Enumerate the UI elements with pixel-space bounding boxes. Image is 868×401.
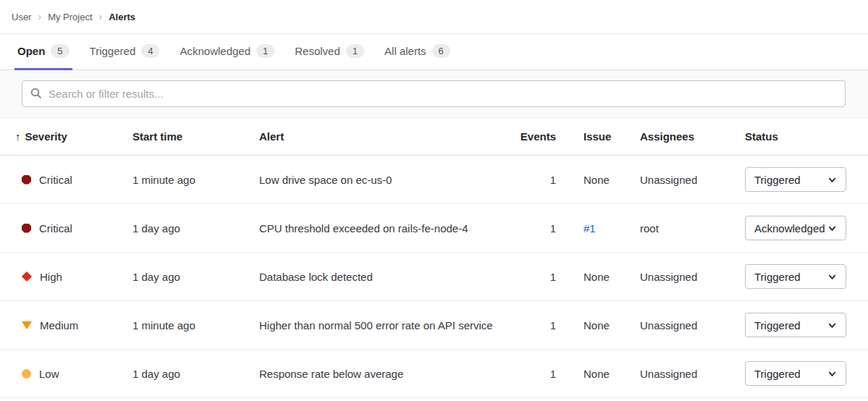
issue-cell: None [570,368,640,380]
severity-cell: Critical [12,222,132,235]
breadcrumb: User › My Project › Alerts [0,0,868,34]
tab-count-badge: 1 [346,44,364,58]
issue-cell: None [570,174,640,186]
tab-label: Open [17,45,45,57]
table-header-row: ↑ Severity Start time Alert Events Issue… [0,118,868,156]
status-value: Triggered [754,319,801,332]
alert-title: Database lock detected [259,271,520,283]
tab-count-badge: 4 [141,44,159,58]
chevron-down-icon [827,224,837,233]
events-count: 1 [520,174,570,186]
severity-label: Critical [39,222,72,235]
search-icon [30,88,42,99]
severity-label: Low [39,368,59,380]
events-count: 1 [520,319,570,332]
start-time-cell: 1 minute ago [132,174,259,186]
tab-open[interactable]: Open 5 [14,34,72,70]
chevron-right-icon: › [38,11,41,22]
column-header-status[interactable]: Status [745,130,846,143]
alert-title: CPU threshold exceeded on rails-fe-node-… [259,222,520,235]
severity-label: High [40,271,62,283]
column-header-events[interactable]: Events [520,130,570,143]
assignees-cell: Unassigned [640,319,745,332]
column-header-issue[interactable]: Issue [570,130,640,143]
tab-count-badge: 5 [51,44,69,58]
sort-ascending-icon: ↑ [15,130,21,143]
tab-label: Triggered [90,45,136,57]
severity-cell: Medium [12,319,132,332]
status-dropdown[interactable]: Triggered [745,264,846,289]
low-circle-icon [22,369,31,379]
breadcrumb-user[interactable]: User [12,12,31,22]
status-value: Triggered [754,174,801,186]
tab-label: Resolved [295,45,340,57]
status-value: Acknowledged [754,222,825,235]
assignees-cell: Unassigned [640,174,745,186]
issue-link[interactable]: #1 [583,222,596,235]
alert-title: Higher than normal 500 error rate on API… [259,319,520,332]
table-row: Critical 1 day ago CPU threshold exceede… [0,204,868,253]
issue-cell: None [570,319,640,332]
tab-label: Acknowledged [180,45,250,57]
table-row: Low 1 day ago Response rate below averag… [0,350,868,398]
start-time-cell: 1 day ago [132,368,259,380]
column-header-start-time[interactable]: Start time [132,130,259,143]
column-header-assignees[interactable]: Assignees [640,130,745,143]
tab-triggered[interactable]: Triggered 4 [87,34,163,70]
tab-all-alerts[interactable]: All alerts 6 [382,34,453,70]
breadcrumb-current-page: Alerts [109,12,135,22]
status-dropdown[interactable]: Triggered [745,313,846,337]
severity-label: Medium [40,319,78,332]
tab-count-badge: 1 [256,44,274,58]
breadcrumb-project[interactable]: My Project [48,12,92,22]
severity-cell: High [12,271,132,283]
start-time-cell: 1 day ago [132,271,259,283]
assignees-cell: root [640,222,745,235]
issue-cell: None [570,271,640,283]
tab-resolved[interactable]: Resolved 1 [292,34,367,70]
alerts-tab-bar: Open 5 Triggered 4 Acknowledged 1 Resolv… [0,34,868,70]
tab-label: All alerts [384,45,426,57]
chevron-down-icon [827,369,837,379]
events-count: 1 [520,368,570,380]
column-header-severity[interactable]: ↑ Severity [12,130,132,143]
severity-label: Critical [39,174,72,186]
status-dropdown[interactable]: Triggered [745,361,846,386]
alert-title: Response rate below average [259,368,520,380]
status-dropdown[interactable]: Acknowledged [745,216,846,240]
chevron-down-icon [827,321,837,330]
severity-cell: Critical [12,174,132,186]
start-time-cell: 1 minute ago [132,319,259,332]
chevron-down-icon [827,272,837,282]
events-count: 1 [520,222,570,235]
status-value: Triggered [754,368,801,380]
chevron-right-icon: › [99,11,103,22]
medium-triangle-icon [22,321,32,329]
search-input-wrapper [22,80,846,107]
column-header-alert[interactable]: Alert [259,130,520,143]
events-count: 1 [520,271,570,283]
table-row: High 1 day ago Database lock detected 1 … [0,253,868,301]
assignees-cell: Unassigned [640,368,745,380]
tab-acknowledged[interactable]: Acknowledged 1 [177,34,277,70]
status-dropdown[interactable]: Triggered [745,167,846,192]
alert-title: Low drive space on ec-us-0 [259,174,520,186]
tab-count-badge: 6 [432,44,450,58]
high-diamond-icon [22,271,32,282]
search-input[interactable] [22,80,846,107]
critical-octagon-icon [22,175,31,185]
assignees-cell: Unassigned [640,271,745,283]
status-value: Triggered [754,271,801,283]
severity-cell: Low [12,368,132,380]
alerts-table: ↑ Severity Start time Alert Events Issue… [0,118,868,398]
critical-octagon-icon [22,224,31,233]
chevron-down-icon [827,175,837,185]
search-section [0,70,868,118]
table-row: Medium 1 minute ago Higher than normal 5… [0,301,868,350]
table-row: Critical 1 minute ago Low drive space on… [0,156,868,204]
start-time-cell: 1 day ago [132,222,259,235]
